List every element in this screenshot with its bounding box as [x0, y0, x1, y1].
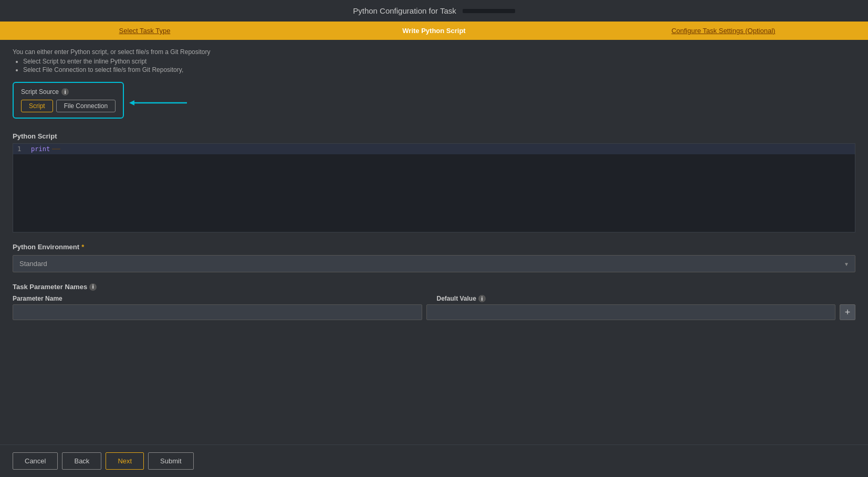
task-parameters-label: Task Parameter Names i: [13, 283, 855, 291]
step-configure-task-settings[interactable]: Configure Task Settings (Optional): [579, 22, 868, 40]
python-environment-select-wrapper: Standard Custom: [13, 255, 855, 272]
python-script-label: Python Script: [13, 132, 855, 140]
script-button[interactable]: Script: [21, 100, 53, 112]
add-parameter-button[interactable]: +: [840, 304, 855, 320]
script-source-section: Script Source i Script File Connection: [13, 82, 124, 119]
instruction-item-2: Select File Connection to select file/s …: [23, 66, 855, 73]
default-value-info-icon: i: [478, 295, 486, 302]
code-string: [52, 149, 60, 150]
required-indicator: *: [81, 243, 84, 251]
instructions-list: Select Script to enter the inline Python…: [23, 58, 855, 73]
title-bar: Python Configuration for Task: [0, 0, 868, 22]
instructions-intro: You can either enter Python script, or s…: [13, 48, 855, 56]
file-connection-button[interactable]: File Connection: [56, 100, 116, 112]
script-source-info-icon: i: [61, 88, 69, 96]
instruction-item-1: Select Script to enter the inline Python…: [23, 58, 855, 65]
step-write-python-script: Write Python Script: [289, 22, 579, 40]
arrow-icon: [129, 98, 192, 108]
step-select-task-type[interactable]: Select Task Type: [0, 22, 289, 40]
parameter-name-input[interactable]: [13, 304, 422, 320]
script-source-buttons: Script File Connection: [21, 100, 116, 112]
footer: Cancel Back Next Submit: [0, 444, 868, 477]
task-badge: [463, 9, 515, 13]
param-header-row: Parameter Name Default Value i: [13, 295, 855, 302]
param-input-row: +: [13, 304, 855, 320]
page-title: Python Configuration for Task: [353, 6, 456, 15]
step-navigation: Select Task Type Write Python Script Con…: [0, 22, 868, 40]
code-keyword: print: [31, 145, 50, 153]
python-environment-section: Python Environment * Standard Custom: [13, 243, 855, 272]
task-parameters-section: Task Parameter Names i Parameter Name De…: [13, 283, 855, 320]
submit-button[interactable]: Submit: [148, 452, 193, 470]
line-number: 1: [17, 145, 26, 153]
python-environment-label: Python Environment *: [13, 243, 855, 251]
default-value-input[interactable]: [426, 304, 836, 320]
python-script-section: Python Script 1 print: [13, 132, 855, 232]
script-source-label: Script Source i: [21, 88, 116, 96]
task-parameters-info-icon: i: [89, 283, 97, 291]
back-button[interactable]: Back: [62, 452, 101, 470]
python-environment-select[interactable]: Standard Custom: [13, 255, 855, 272]
instructions: You can either enter Python script, or s…: [13, 48, 855, 73]
default-value-header: Default Value i: [437, 295, 856, 302]
code-editor[interactable]: 1 print: [13, 143, 855, 232]
param-name-header: Parameter Name: [13, 295, 437, 302]
svg-marker-1: [129, 100, 134, 105]
code-line-1: 1 print: [13, 144, 855, 154]
main-content: You can either enter Python script, or s…: [0, 40, 868, 376]
cancel-button[interactable]: Cancel: [13, 452, 58, 470]
param-table: Parameter Name Default Value i +: [13, 295, 855, 320]
code-content: print: [31, 145, 60, 153]
next-button[interactable]: Next: [106, 452, 144, 470]
